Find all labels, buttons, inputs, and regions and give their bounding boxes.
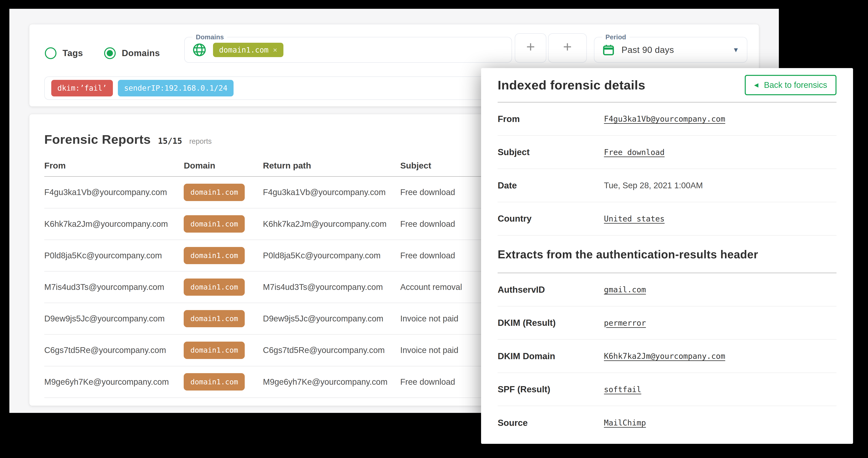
overlay-title: Indexed forensic details — [498, 78, 645, 92]
column-header-domain: Domain — [184, 155, 215, 176]
detail-fields: FromF4gu3ka1Vb@yourcompany.comSubjectFre… — [498, 103, 836, 235]
domain-cell: domain1.com — [184, 177, 245, 208]
radio-option-tags[interactable]: Tags — [45, 47, 83, 59]
domains-fieldset-label: Domains — [192, 33, 227, 41]
radio-selected-dot — [107, 50, 113, 56]
from-cell: D9ew9js5Jc@yourcompany.com — [44, 303, 165, 334]
domain-badge: domain1.com — [184, 247, 245, 264]
subject-cell: Free download — [400, 177, 455, 208]
radio-icon — [45, 47, 57, 59]
page-title: Forensic Reports — [44, 132, 151, 147]
period-select[interactable]: Period Past 90 days ▼ — [594, 33, 747, 63]
domain-badge: domain1.com — [184, 184, 245, 201]
chevron-down-icon[interactable]: ▼ — [733, 46, 739, 54]
detail-row: AuthservIDgmail.com — [498, 273, 836, 307]
return-path-cell: F4gu3ka1Vb@yourcompany.com — [263, 177, 385, 208]
calendar-icon — [602, 44, 615, 56]
detail-row: SPF (Result)softfail — [498, 373, 836, 406]
detail-label: Subject — [498, 136, 530, 169]
back-to-forensics-button[interactable]: ◀ Back to forensics — [745, 75, 836, 95]
detail-value[interactable]: MailChimp — [604, 406, 646, 439]
detail-value[interactable]: gmail.com — [604, 273, 646, 306]
detail-row: DKIM DomainK6hk7ka2Jm@yourcompany.com — [498, 340, 836, 373]
detail-row: SubjectFree download — [498, 136, 836, 169]
auth-detail-fields: AuthservIDgmail.comDKIM (Result)permerro… — [498, 273, 836, 439]
detail-value[interactable]: softfail — [604, 373, 641, 406]
from-cell: F4gu3ka1Vb@yourcompany.com — [44, 177, 167, 208]
auth-results-section-title: Extracts from the authentication-results… — [498, 248, 758, 261]
from-cell: C6gs7td5Re@yourcompany.com — [44, 335, 166, 366]
subject-cell: Free download — [400, 366, 455, 398]
detail-label: DKIM (Result) — [498, 307, 556, 339]
indexed-forensic-details-panel: Indexed forensic details ◀ Back to foren… — [481, 68, 853, 444]
from-cell: P0ld8ja5Kc@yourcompany.com — [44, 240, 162, 271]
report-type-radio-group: TagsDomains — [45, 41, 160, 65]
add-domain-button[interactable]: + — [526, 39, 535, 54]
domain-badge: domain1.com — [184, 342, 245, 359]
back-button-label: Back to forensics — [764, 80, 827, 90]
return-path-cell: C6gs7td5Re@yourcompany.com — [263, 335, 385, 366]
subject-cell: Invoice not paid — [400, 303, 459, 334]
back-arrow-icon: ◀ — [754, 82, 758, 88]
detail-label: DKIM Domain — [498, 340, 555, 373]
detail-row: FromF4gu3ka1Vb@yourcompany.com — [498, 103, 836, 136]
return-path-cell: P0ld8ja5Kc@yourcompany.com — [263, 240, 380, 271]
domain-chip-label: domain1.com — [219, 46, 269, 54]
radio-icon — [104, 47, 116, 59]
detail-value[interactable]: United states — [604, 202, 664, 235]
period-value: Past 90 days — [621, 45, 674, 55]
detail-label: Country — [498, 202, 531, 235]
globe-icon — [192, 43, 206, 57]
return-path-cell: K6hk7ka2Jm@yourcompany.com — [263, 208, 386, 239]
detail-label: AuthservID — [498, 273, 545, 306]
screenshot-canvas: TagsDomains Domains domain1.com — [0, 0, 868, 458]
column-header-from: From — [44, 155, 66, 176]
radio-label: Tags — [63, 48, 83, 58]
domain-cell: domain1.com — [184, 303, 245, 334]
detail-value[interactable]: Free download — [604, 136, 664, 169]
domain-chip[interactable]: domain1.com × — [213, 43, 283, 57]
return-path-cell: M9ge6yh7Ke@yourcompany.com — [263, 366, 388, 398]
detail-value[interactable]: permerror — [604, 307, 646, 339]
add-filter-button[interactable]: + — [563, 39, 572, 54]
domain-cell: domain1.com — [184, 366, 245, 398]
domain-badge: domain1.com — [184, 215, 245, 232]
subject-cell: Free download — [400, 208, 455, 239]
detail-value[interactable]: K6hk7ka2Jm@yourcompany.com — [604, 340, 725, 373]
domain-cell: domain1.com — [184, 335, 245, 366]
domain-cell: domain1.com — [184, 240, 245, 271]
detail-row: DateTue, Sep 28, 2021 1:00AM — [498, 169, 836, 202]
reports-count: 15/15 — [158, 136, 182, 146]
domain-badge: domain1.com — [184, 373, 245, 390]
filter-chip[interactable]: senderIP:192.168.0.1/24 — [118, 80, 234, 96]
reports-count-label: reports — [189, 137, 212, 146]
subject-cell: Invoice not paid — [400, 335, 459, 366]
column-header-return-path: Return path — [263, 155, 311, 176]
detail-row: SourceMailChimp — [498, 406, 836, 439]
return-path-cell: D9ew9js5Jc@yourcompany.com — [263, 303, 383, 334]
add-domain-box: + — [515, 33, 546, 63]
period-label: Period — [602, 33, 629, 41]
from-cell: K6hk7ka2Jm@yourcompany.com — [44, 208, 168, 239]
from-cell: M9ge6yh7Ke@yourcompany.com — [44, 366, 169, 398]
detail-value: Tue, Sep 28, 2021 1:00AM — [604, 169, 703, 202]
radio-option-domains[interactable]: Domains — [104, 47, 160, 59]
radio-label: Domains — [122, 48, 160, 58]
add-filter-box: + — [548, 33, 587, 63]
domains-fieldset: Domains domain1.com × — [184, 33, 512, 63]
domain-badge: domain1.com — [184, 310, 245, 327]
detail-value[interactable]: F4gu3ka1Vb@yourcompany.com — [604, 103, 725, 135]
subject-cell: Account removal — [400, 271, 462, 303]
subject-cell: Free download — [400, 240, 455, 271]
remove-domain-icon[interactable]: × — [273, 46, 277, 54]
from-cell: M7is4ud3Ts@yourcompany.com — [44, 271, 164, 303]
domain-cell: domain1.com — [184, 271, 245, 303]
detail-label: Source — [498, 406, 528, 439]
domain-badge: domain1.com — [184, 279, 245, 296]
detail-label: From — [498, 103, 520, 135]
return-path-cell: M7is4ud3Ts@yourcompany.com — [263, 271, 383, 303]
filter-chip[interactable]: dkim:’fail’ — [51, 80, 113, 96]
detail-row: CountryUnited states — [498, 202, 836, 236]
domain-cell: domain1.com — [184, 208, 245, 239]
detail-label: Date — [498, 169, 517, 202]
